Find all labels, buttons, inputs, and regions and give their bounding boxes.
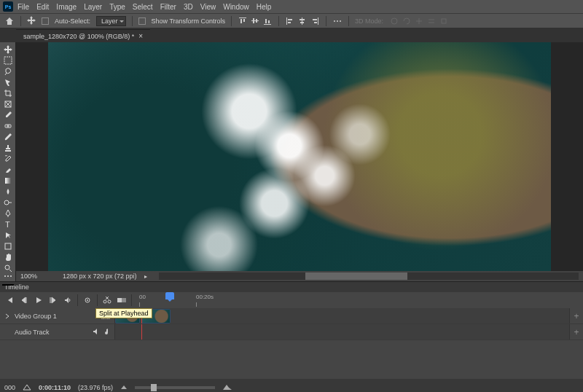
document-tab-title: sample_1280x720 @ 100% (RGB/8) * — [23, 33, 134, 40]
horizontal-scrollbar[interactable] — [159, 273, 579, 280]
svg-point-21 — [391, 18, 397, 24]
music-note-icon[interactable] — [103, 328, 110, 337]
frame-tool-icon[interactable] — [1, 100, 15, 109]
render-icon[interactable] — [23, 383, 31, 392]
align-hcenter-icon[interactable] — [297, 16, 308, 26]
hand-tool-icon[interactable] — [1, 253, 15, 262]
auto-select-checkbox[interactable] — [42, 17, 49, 25]
timeline-zoom-slider[interactable] — [135, 386, 215, 389]
move-tool-icon[interactable] — [1, 45, 15, 54]
quick-select-tool-icon[interactable] — [1, 78, 15, 87]
path-select-tool-icon[interactable] — [1, 231, 15, 240]
svg-rect-10 — [288, 19, 292, 20]
audio-track-lane[interactable] — [115, 324, 570, 340]
timeline-tab[interactable]: Timeline — [0, 282, 583, 292]
video-track-lane[interactable] — [115, 308, 570, 324]
svg-rect-7 — [265, 19, 267, 23]
workspace: T 100% 1280 px x 720 px (72 ppi) ▸ — [0, 42, 583, 281]
timeline-ruler[interactable]: 00 00:20s — [139, 292, 579, 308]
edit-toolbar-icon[interactable] — [1, 275, 15, 278]
split-at-playhead-icon[interactable] — [102, 295, 112, 305]
svg-line-36 — [9, 270, 12, 272]
show-transform-checkbox[interactable] — [138, 17, 146, 25]
zoom-level[interactable]: 100% — [20, 273, 55, 280]
shape-tool-icon[interactable] — [1, 242, 15, 251]
svg-rect-30 — [5, 178, 11, 184]
canvas-area[interactable] — [16, 42, 583, 271]
marquee-tool-icon[interactable] — [1, 56, 15, 65]
foreground-color-swatch[interactable] — [2, 284, 14, 286]
eraser-tool-icon[interactable] — [1, 165, 15, 174]
zoom-tool-icon[interactable] — [1, 264, 15, 273]
menu-3d[interactable]: 3D — [184, 3, 193, 11]
menu-select[interactable]: Select — [133, 3, 153, 11]
go-to-first-frame-icon[interactable] — [4, 295, 15, 305]
svg-rect-9 — [286, 17, 287, 25]
svg-rect-22 — [442, 19, 446, 23]
stamp-tool-icon[interactable] — [1, 144, 15, 152]
lasso-tool-icon[interactable] — [1, 67, 15, 76]
svg-point-31 — [4, 200, 9, 205]
history-brush-tool-icon[interactable] — [1, 154, 15, 163]
zoom-slider-thumb[interactable] — [151, 384, 157, 391]
brush-tool-icon[interactable] — [1, 133, 15, 141]
eyedropper-tool-icon[interactable] — [1, 111, 15, 119]
chevron-right-icon[interactable] — [4, 313, 10, 319]
crop-tool-icon[interactable] — [1, 89, 15, 98]
add-media-icon[interactable]: + — [570, 311, 583, 321]
align-top-icon[interactable] — [238, 16, 248, 26]
gradient-tool-icon[interactable] — [1, 176, 15, 185]
playhead[interactable] — [165, 292, 174, 299]
svg-rect-4 — [253, 18, 254, 23]
mute-icon[interactable] — [63, 295, 73, 305]
menu-image[interactable]: Image — [56, 3, 77, 11]
align-left-icon[interactable] — [285, 16, 295, 26]
menu-window[interactable]: Window — [223, 3, 249, 11]
play-icon[interactable] — [34, 295, 44, 305]
timeline-controls: 00 00:20s — [0, 292, 583, 308]
fps-label: (23.976 fps) — [78, 384, 113, 391]
mountain-small-icon[interactable] — [120, 384, 128, 391]
auto-select-target[interactable]: Layer — [96, 16, 126, 26]
audio-track-header[interactable]: Audio Track — [0, 324, 115, 340]
menu-view[interactable]: View — [200, 3, 216, 11]
svg-rect-34 — [5, 243, 11, 249]
timeline-options-icon[interactable] — [82, 295, 93, 305]
svg-rect-17 — [314, 22, 317, 23]
more-options-icon[interactable] — [332, 16, 343, 26]
add-audio-icon[interactable]: + — [570, 327, 583, 337]
scrollbar-thumb[interactable] — [305, 273, 407, 280]
menu-help[interactable]: Help — [257, 3, 272, 11]
audio-mute-icon[interactable] — [93, 328, 100, 337]
menu-file[interactable]: File — [17, 3, 29, 11]
auto-select-label: Auto-Select: — [55, 17, 90, 25]
pen-tool-icon[interactable] — [1, 209, 15, 218]
timecode[interactable]: 0:00:11:10 — [39, 384, 71, 391]
prev-frame-icon[interactable] — [19, 295, 29, 305]
svg-point-19 — [337, 20, 338, 22]
3d-rotate-icon — [402, 16, 412, 26]
next-frame-icon[interactable] — [48, 295, 58, 305]
align-right-icon[interactable] — [310, 16, 320, 26]
menu-layer[interactable]: Layer — [84, 3, 102, 11]
show-transform-label: Show Transform Controls — [152, 17, 226, 25]
menu-filter[interactable]: Filter — [160, 3, 176, 11]
svg-rect-23 — [4, 57, 12, 64]
align-bottom-icon[interactable] — [262, 16, 273, 26]
svg-rect-6 — [264, 24, 271, 25]
close-tab-icon[interactable]: × — [138, 32, 143, 40]
heal-tool-icon[interactable] — [1, 122, 15, 130]
home-icon[interactable] — [4, 16, 15, 26]
3d-scale-icon — [439, 16, 449, 26]
menu-type[interactable]: Type — [109, 3, 125, 11]
document-tab[interactable]: sample_1280x720 @ 100% (RGB/8) * × — [16, 29, 150, 42]
svg-rect-3 — [251, 20, 259, 21]
mountain-large-icon[interactable] — [222, 383, 232, 392]
align-vcenter-icon[interactable] — [250, 16, 260, 26]
menu-edit[interactable]: Edit — [36, 3, 49, 11]
document-canvas[interactable] — [48, 42, 551, 271]
transition-icon[interactable] — [117, 295, 127, 305]
blur-tool-icon[interactable] — [1, 187, 15, 196]
type-tool-icon[interactable]: T — [1, 220, 15, 229]
dodge-tool-icon[interactable] — [1, 198, 15, 207]
